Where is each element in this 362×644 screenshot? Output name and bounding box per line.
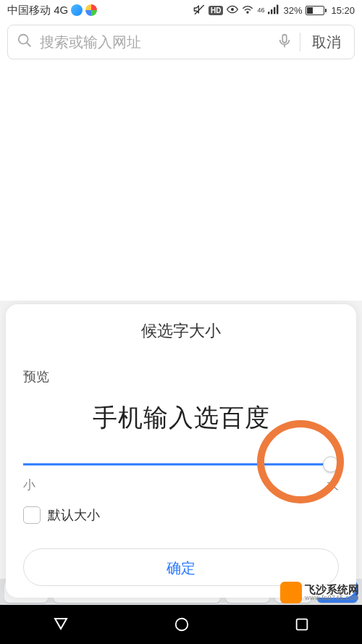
preview-text: 手机输入选百度	[23, 401, 339, 435]
slider-thumb[interactable]	[323, 456, 339, 472]
default-size-checkbox[interactable]	[23, 506, 41, 524]
url-bar-row: 取消	[0, 20, 362, 64]
divider	[300, 33, 300, 51]
default-size-label: 默认大小	[48, 506, 100, 524]
watermark: ゟ 飞沙系统网 www.fs0745.com	[280, 582, 359, 603]
preview-heading: 预览	[23, 368, 339, 385]
svg-rect-12	[297, 619, 308, 630]
search-input[interactable]	[40, 34, 269, 51]
watermark-title: 飞沙系统网	[305, 584, 359, 595]
wifi-icon	[242, 4, 253, 17]
status-bar: 中国移动 4G HD 46 32% 15:20	[0, 0, 362, 20]
mute-icon	[193, 4, 205, 17]
clock: 15:20	[331, 5, 355, 16]
watermark-badge-icon: ゟ	[280, 582, 302, 603]
sheet-title: 候选字大小	[23, 320, 339, 342]
home-icon[interactable]	[174, 616, 190, 632]
signal-icon	[268, 4, 279, 17]
svg-rect-9	[282, 35, 287, 43]
app-indicator-icon	[71, 4, 83, 16]
svg-rect-4	[271, 9, 272, 14]
network-sub-label: 46	[257, 7, 264, 14]
font-size-sheet: 候选字大小 预览 手机输入选百度 小 大 默认大小 确定	[6, 304, 356, 598]
svg-point-2	[247, 12, 248, 13]
mic-icon[interactable]	[277, 33, 292, 51]
battery-pct: 32%	[283, 5, 302, 16]
watermark-url: www.fs0745.com	[305, 595, 359, 601]
svg-line-8	[27, 43, 31, 47]
svg-rect-6	[277, 4, 278, 14]
svg-point-7	[19, 35, 28, 44]
back-icon[interactable]	[52, 616, 70, 633]
cancel-button[interactable]: 取消	[308, 33, 345, 52]
search-box[interactable]: 取消	[7, 25, 355, 59]
svg-point-1	[232, 8, 234, 10]
slider-max-label: 大	[327, 477, 339, 493]
slider-min-label: 小	[23, 477, 35, 493]
default-size-option[interactable]: 默认大小	[23, 506, 339, 524]
android-navbar	[0, 605, 362, 644]
svg-point-11	[176, 619, 188, 631]
eye-icon	[227, 5, 238, 16]
confirm-button[interactable]: 确定	[23, 548, 339, 586]
svg-rect-3	[268, 12, 269, 14]
font-size-slider[interactable]	[23, 456, 339, 472]
hd-badge: HD	[209, 6, 223, 15]
svg-line-0	[195, 5, 204, 14]
carrier-label: 中国移动 4G	[7, 4, 68, 17]
svg-rect-5	[274, 7, 275, 14]
app-indicator-icon	[85, 4, 97, 16]
slider-track	[23, 464, 339, 466]
search-icon	[17, 33, 33, 51]
battery-icon	[306, 6, 324, 15]
recents-icon[interactable]	[294, 616, 310, 632]
